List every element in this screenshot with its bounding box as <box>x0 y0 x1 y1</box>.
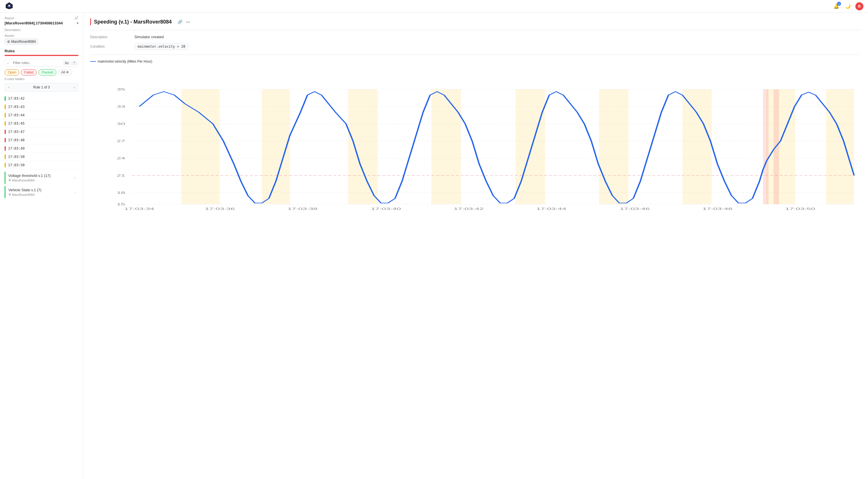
event-time-3: 17:03:45 <box>8 122 25 126</box>
rule-group-vehicle-asset: ⚙ MarsRover8084 <box>8 193 41 196</box>
event-dot-6 <box>5 146 6 151</box>
svg-text:17:03:46: 17:03:46 <box>620 207 650 210</box>
chart-container: mainmotor.velocity (Miles Per Hour) <box>90 59 861 211</box>
rule-nav-label: Rule 1 of 3 <box>33 85 50 89</box>
sidebar: Report 📈 [MarsRover8084].1730408613344 ▾… <box>0 0 83 479</box>
svg-rect-21 <box>348 89 377 204</box>
svg-rect-22 <box>431 89 461 204</box>
user-avatar[interactable]: B <box>855 2 863 10</box>
aa-filter-button[interactable]: Aa <box>63 61 70 65</box>
filter-tab-passed[interactable]: Passed <box>38 69 56 75</box>
rule-group-voltage-asset: ⚙ MarsRover8084 <box>8 178 51 182</box>
detail-grid: Description Simulator created Condition … <box>90 35 861 55</box>
gear-icon-vehicle: ⚙ <box>8 193 11 196</box>
rule-group-voltage[interactable]: Voltage threshold v.1 (17) ⚙ MarsRover80… <box>5 172 79 184</box>
filter-buttons: Aa .* <box>63 61 77 65</box>
theme-toggle-button[interactable]: 🌙 <box>844 2 852 10</box>
svg-text:30: 30 <box>117 122 125 126</box>
main-inner: Speeding (v.1) - MarsRover8084 🔗 <> Desc… <box>83 13 868 217</box>
event-dot-7 <box>5 155 6 159</box>
rule-group-vehicle-asset-name: MarsRover8084 <box>12 193 34 196</box>
rule-group-voltage-asset-name: MarsRover8084 <box>12 179 34 182</box>
app-layout: Report 📈 [MarsRover8084].1730408613344 ▾… <box>0 0 868 479</box>
link-icon-button[interactable]: 🔗 <box>177 19 183 25</box>
all-label: All <box>61 70 65 74</box>
logo <box>5 1 14 11</box>
legend-line-indicator <box>90 61 96 62</box>
page-title-accent <box>90 19 91 25</box>
rule-group-voltage-info: Voltage threshold v.1 (17) ⚙ MarsRover80… <box>8 173 51 182</box>
rule-group-vehicle-arrow: › <box>74 190 75 194</box>
event-dot-4 <box>5 129 6 134</box>
svg-text:17:03:48: 17:03:48 <box>703 207 733 210</box>
svg-text:17:03:36: 17:03:36 <box>205 207 235 210</box>
notification-badge: 1 <box>837 2 841 6</box>
report-title-text: [MarsRover8084].1730408613344 <box>5 21 63 25</box>
regex-filter-button[interactable]: .* <box>71 61 77 65</box>
event-dot-0 <box>5 96 6 101</box>
filter-input-wrap: ⌕ Aa .* <box>5 59 79 67</box>
rule-navigator: ‹ Rule 1 of 3 › <box>5 83 79 92</box>
svg-text:17:03:44: 17:03:44 <box>536 207 566 210</box>
rule-filter-tabs: Open Failed Passed All 👁 <box>5 69 79 75</box>
asset-tag-marsrover[interactable]: ⚙ MarsRover8084 <box>5 38 38 45</box>
event-item-3[interactable]: 17:03:45 <box>5 120 79 128</box>
events-list: 17:03:42 17:03:43 17:03:44 17:03:45 17:0… <box>5 94 79 169</box>
svg-rect-26 <box>766 89 795 204</box>
rule-prev-button[interactable]: ‹ <box>8 85 10 89</box>
svg-text:35: 35 <box>117 88 125 91</box>
event-item-6[interactable]: 17:03:49 <box>5 145 79 153</box>
condition-badge: mainmotor.velocity > 20 <box>134 43 188 50</box>
condition-field-label: Condition <box>90 43 130 50</box>
event-item-5[interactable]: 17:03:48 <box>5 136 79 145</box>
asset-name: MarsRover8084 <box>11 40 36 44</box>
rule-group-vehicle-name: Vehicle State v.1 (7) <box>8 188 41 192</box>
report-title[interactable]: [MarsRover8084].1730408613344 ▾ <box>5 21 79 25</box>
gear-icon-voltage: ⚙ <box>8 178 11 182</box>
svg-text:33: 33 <box>117 105 125 108</box>
svg-text:17:03:34: 17:03:34 <box>124 207 154 210</box>
event-item-4[interactable]: 17:03:47 <box>5 128 79 136</box>
rule-group-vehicle[interactable]: Vehicle State v.1 (7) ⚙ MarsRover8084 › <box>5 186 79 198</box>
description-field-label: Description <box>90 35 130 39</box>
report-section-label: Report 📈 <box>5 16 79 20</box>
chart-legend-label: mainmotor.velocity (Miles Per Hour) <box>98 59 152 63</box>
chart-area: 35 33 30 27 24 21 18 15 <box>90 66 861 211</box>
search-icon: ⌕ <box>7 61 9 65</box>
rules-status-bar <box>5 55 79 56</box>
rule-next-button[interactable]: › <box>73 85 75 89</box>
asset-gear-icon: ⚙ <box>7 40 10 44</box>
event-dot-8 <box>5 163 6 167</box>
event-item-8[interactable]: 17:03:50 <box>5 161 79 169</box>
rule-group-vehicle-info: Vehicle State v.1 (7) ⚙ MarsRover8084 <box>8 188 41 196</box>
page-title-actions: 🔗 <> <box>177 19 191 25</box>
page-header: Speeding (v.1) - MarsRover8084 🔗 <> <box>90 19 861 30</box>
filter-tab-all[interactable]: All 👁 <box>58 69 72 75</box>
filter-tab-open[interactable]: Open <box>5 69 19 75</box>
event-dot-2 <box>5 113 6 118</box>
event-dot-5 <box>5 138 6 142</box>
svg-text:17:03:38: 17:03:38 <box>287 207 317 210</box>
event-time-0: 17:03:42 <box>8 96 25 100</box>
svg-rect-28 <box>763 89 769 204</box>
event-item-2[interactable]: 17:03:44 <box>5 111 79 120</box>
notifications-button[interactable]: 🔔 1 <box>832 2 840 10</box>
rule-group-voltage-arrow: › <box>74 176 75 180</box>
event-item-1[interactable]: 17:03:43 <box>5 103 79 111</box>
rule-group-voltage-name: Voltage threshold v.1 (17) <box>8 173 51 178</box>
condition-field-value: mainmotor.velocity > 20 <box>134 43 861 50</box>
chart-svg: 35 33 30 27 24 21 18 15 <box>90 66 861 210</box>
event-item-7[interactable]: 17:03:50 <box>5 153 79 161</box>
rules-label: Rules <box>5 49 79 53</box>
event-item-0[interactable]: 17:03:42 <box>5 94 79 103</box>
svg-rect-24 <box>599 89 628 204</box>
description-label: Description <box>5 28 79 32</box>
svg-rect-27 <box>826 89 854 204</box>
event-time-6: 17:03:49 <box>8 147 25 151</box>
code-icon-button[interactable]: <> <box>185 19 191 25</box>
event-time-4: 17:03:47 <box>8 130 25 134</box>
event-time-7: 17:03:50 <box>8 155 25 159</box>
eye-icon: 👁 <box>66 70 69 74</box>
rules-hidden-count: 0 rules hidden <box>5 77 79 81</box>
filter-tab-failed[interactable]: Failed <box>21 69 37 75</box>
